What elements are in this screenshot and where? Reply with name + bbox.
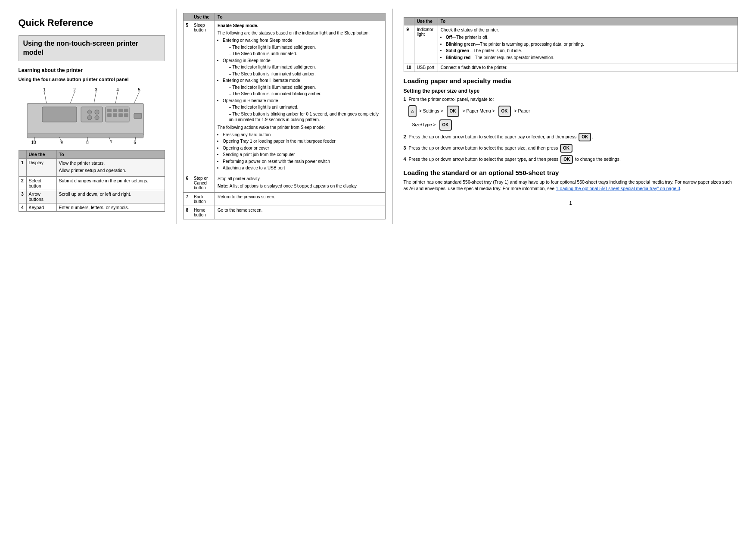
printer-svg: 1 2 3 4 5: [19, 85, 152, 146]
right-column: Use the To 9 Indicator light Check the s…: [397, 9, 744, 224]
svg-point-25: [95, 116, 99, 120]
page-number: 1: [404, 200, 738, 206]
svg-point-23: [95, 110, 99, 114]
middle-column: Use the To 5 Sleep button Enable Sleep m…: [181, 9, 388, 224]
svg-rect-11: [42, 107, 77, 122]
column-divider-2: [392, 9, 393, 224]
row4-to: Enter numbers, letters, or symbols.: [56, 203, 165, 211]
svg-text:3: 3: [95, 88, 97, 92]
svg-point-22: [87, 110, 92, 114]
svg-text:10: 10: [31, 140, 36, 145]
table-row: 6 Stop or Cancel button Stop all printer…: [183, 174, 385, 192]
left-column: Quick Reference Using the non-touch-scre…: [12, 9, 171, 224]
ok-button-6: OK: [560, 155, 573, 164]
svg-text:5: 5: [138, 88, 140, 92]
svg-text:1: 1: [43, 88, 46, 92]
row3-use: Arrow buttons: [26, 190, 56, 203]
svg-rect-27: [134, 113, 142, 119]
svg-rect-15: [113, 109, 117, 112]
svg-rect-17: [124, 109, 128, 112]
svg-rect-16: [118, 109, 123, 112]
svg-line-9: [134, 92, 139, 103]
page: Quick Reference Using the non-touch-scre…: [12, 9, 744, 224]
table1-header-to: To: [56, 150, 165, 158]
mid-header-to: To: [215, 13, 385, 21]
svg-text:9: 9: [60, 140, 63, 145]
mid-header-num: [183, 13, 191, 21]
ok-button-4: OK: [579, 133, 591, 141]
svg-rect-18: [107, 113, 112, 117]
table-row: 2 Select button Submit changes made in t…: [19, 176, 165, 190]
svg-rect-20: [118, 113, 123, 117]
home-icon: ⌂: [408, 105, 417, 117]
row1-num: 1: [19, 158, 26, 176]
row10-num: 10: [404, 63, 414, 72]
svg-point-24: [87, 116, 92, 120]
column-divider-1: [176, 9, 177, 224]
ok-button-5: OK: [560, 144, 572, 153]
right-table: Use the To 9 Indicator light Check the s…: [404, 17, 738, 72]
section1-sub: Using the four-arrow-button printer cont…: [19, 77, 165, 82]
row3-to: Scroll up and down, or left and right.: [56, 190, 165, 203]
tray-link[interactable]: "Loading the optional 550-sheet special …: [556, 186, 680, 191]
right-header-use: Use the: [414, 18, 438, 25]
nav-line-1: ⌂ > Settings > OK > Paper Menu > OK > Pa…: [404, 105, 738, 117]
row10-use: USB port: [414, 63, 438, 72]
row7-num: 7: [183, 192, 191, 206]
svg-line-6: [70, 92, 75, 103]
table-row: 3 Arrow buttons Scroll up and down, or l…: [19, 190, 165, 203]
row5-num: 5: [183, 21, 191, 174]
row7-to: Return to the previous screen.: [215, 192, 385, 206]
subtitle: Using the non-touch-screen printer model: [23, 39, 160, 57]
mid-header-use: Use the: [191, 13, 215, 21]
svg-text:4: 4: [116, 88, 119, 92]
row8-num: 8: [183, 206, 191, 219]
svg-rect-14: [107, 109, 112, 112]
tray-description: The printer has one standard 550-sheet t…: [404, 179, 738, 191]
ok-button-3: OK: [439, 119, 452, 131]
right-header-to: To: [438, 18, 737, 25]
row4-use: Keypad: [26, 203, 56, 211]
svg-rect-19: [113, 113, 117, 117]
svg-text:2: 2: [73, 88, 76, 92]
row4-num: 4: [19, 203, 26, 211]
table-row: 7 Back button Return to the previous scr…: [183, 192, 385, 206]
table1-header-use: Use the: [26, 150, 56, 158]
row2-to: Submit changes made in the printer setti…: [56, 176, 165, 190]
svg-line-5: [44, 92, 47, 103]
row9-use: Indicator light: [414, 25, 438, 63]
row5-to: Enable Sleep mode. The following are the…: [215, 21, 385, 174]
nav-line-2: Size/Type > OK: [412, 119, 738, 131]
row6-num: 6: [183, 174, 191, 192]
row2-use: Select button: [26, 176, 56, 190]
table-row: 4 Keypad Enter numbers, letters, or symb…: [19, 203, 165, 211]
loading-heading: Loading paper and specialty media: [404, 77, 738, 84]
row3-num: 3: [19, 190, 26, 203]
step4: 4 Press the up or down arrow button to s…: [404, 155, 738, 164]
row10-to: Connect a flash drive to the printer.: [438, 63, 737, 72]
step2: 2 Press the up or down arrow button to s…: [404, 133, 738, 141]
table-row: 10 USB port Connect a flash drive to the…: [404, 63, 737, 72]
table-row: 8 Home button Go to the home screen.: [183, 206, 385, 219]
printer-diagram: 1 2 3 4 5: [19, 85, 165, 147]
svg-line-7: [94, 92, 96, 103]
paper-size-heading: Setting the paper size and type: [404, 88, 738, 94]
svg-text:7: 7: [110, 140, 112, 145]
tray-heading: Loading the standard or an optional 550-…: [404, 169, 738, 176]
middle-table: Use the To 5 Sleep button Enable Sleep m…: [183, 13, 386, 219]
page-title: Quick Reference: [19, 17, 165, 28]
row9-to: Check the status of the printer. Off—The…: [438, 25, 737, 63]
table1-header-num: [19, 150, 26, 158]
row8-to: Go to the home screen.: [215, 206, 385, 219]
ok-button-1: OK: [447, 106, 459, 117]
row9-num: 9: [404, 25, 414, 63]
section1-heading: Learning about the printer: [19, 67, 165, 73]
row2-num: 2: [19, 176, 26, 190]
right-header-num: [404, 18, 414, 25]
step1: 1 From the printer control panel, naviga…: [404, 96, 738, 103]
svg-line-8: [115, 92, 118, 103]
row1-use: Display: [26, 158, 56, 176]
step3: 3 Press the up or down arrow button to s…: [404, 144, 738, 153]
ok-button-2: OK: [498, 106, 511, 117]
table-row: 1 Display View the printer status. Allow…: [19, 158, 165, 176]
